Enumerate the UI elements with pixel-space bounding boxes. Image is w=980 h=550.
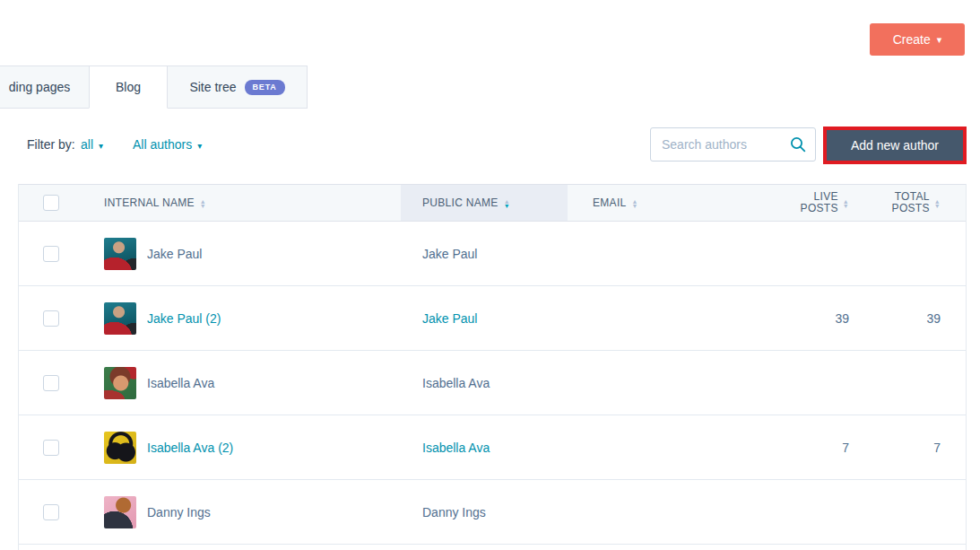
total-posts-header-label: TOTALPOSTS <box>892 191 930 214</box>
row-checkbox[interactable] <box>43 246 59 262</box>
chevron-down-icon: ▾ <box>99 139 103 151</box>
row-checkbox[interactable] <box>43 440 59 456</box>
public-name: Jake Paul <box>422 247 477 261</box>
filter-by-label: Filter by: <box>27 137 75 152</box>
column-header-live-posts[interactable]: LIVEPOSTS ▲▼ <box>736 191 853 214</box>
author-avatar <box>104 367 136 399</box>
author-avatar <box>104 496 136 528</box>
create-button[interactable]: Create ▾ <box>870 23 965 56</box>
public-name: Danny Ings <box>422 505 486 519</box>
chevron-down-icon: ▾ <box>197 139 202 151</box>
sort-icon[interactable]: ▲▼ <box>632 198 638 208</box>
internal-name-header-label: INTERNAL NAME <box>104 196 195 209</box>
filter-authors-dropdown[interactable]: All authors ▾ <box>133 137 202 152</box>
internal-name-link[interactable]: Jake Paul (2) <box>147 311 221 326</box>
column-header-total-posts[interactable]: TOTALPOSTS ▲▼ <box>853 191 967 214</box>
tab-site-tree[interactable]: Site tree BETA <box>167 65 308 109</box>
select-all-cell <box>19 195 86 211</box>
internal-name: Danny Ings <box>147 505 211 519</box>
total-posts-value: 39 <box>926 311 941 326</box>
public-name-header-label: PUBLIC NAME <box>422 196 499 209</box>
column-header-email[interactable]: EMAIL ▲▼ <box>568 196 736 209</box>
filter-toolbar: Filter by: all ▾ All authors ▾ Add new a… <box>0 127 980 164</box>
column-header-public-name[interactable]: PUBLIC NAME ▲▼ <box>401 185 568 221</box>
public-name-link[interactable]: Isabella Ava <box>422 441 490 455</box>
create-button-label: Create <box>893 32 931 47</box>
internal-name: Isabella Ava <box>147 376 214 390</box>
author-avatar <box>104 302 136 335</box>
tab-blog[interactable]: Blog <box>89 65 168 109</box>
tab-site-tree-label: Site tree <box>189 80 236 94</box>
row-checkbox[interactable] <box>43 504 59 520</box>
author-avatar <box>104 432 136 464</box>
public-name: Isabella Ava <box>422 376 490 390</box>
live-posts-value: 7 <box>842 441 849 455</box>
filter-authors-value: All authors <box>133 137 192 152</box>
table-row: Danny Ings Danny Ings <box>19 480 966 545</box>
sort-icon[interactable]: ▲▼ <box>843 198 849 208</box>
table-row: Isabella Ava Isabella Ava <box>19 351 966 415</box>
internal-name-link[interactable]: Isabella Ava (2) <box>147 441 233 455</box>
sort-icon[interactable]: ▲▼ <box>934 198 941 208</box>
public-name-link[interactable]: Jake Paul <box>422 311 477 326</box>
filter-type-dropdown[interactable]: all ▾ <box>81 137 103 152</box>
add-new-author-label: Add new author <box>851 138 939 153</box>
tab-landing-pages[interactable]: ding pages <box>0 65 90 109</box>
internal-name: Jake Paul <box>147 247 202 261</box>
add-new-author-button[interactable]: Add new author <box>823 127 967 164</box>
beta-badge: BETA <box>245 80 285 95</box>
email-header-label: EMAIL <box>593 196 627 209</box>
table-row <box>19 545 966 550</box>
total-posts-value: 7 <box>933 441 941 455</box>
chevron-down-icon: ▾ <box>937 35 942 45</box>
table-row: Isabella Ava (2) Isabella Ava 7 7 <box>19 415 966 480</box>
sort-icon-active-desc[interactable]: ▲▼ <box>504 198 510 208</box>
tab-blog-label: Blog <box>116 80 141 94</box>
table-row: Jake Paul (2) Jake Paul 39 39 <box>19 286 966 351</box>
row-checkbox[interactable] <box>43 310 59 327</box>
sort-icon[interactable]: ▲▼ <box>200 198 206 208</box>
live-posts-value: 39 <box>835 311 849 326</box>
select-all-checkbox[interactable] <box>43 195 59 211</box>
authors-table: INTERNAL NAME ▲▼ PUBLIC NAME ▲▼ EMAIL ▲▼… <box>18 184 967 550</box>
author-avatar <box>104 238 136 270</box>
live-posts-header-label: LIVEPOSTS <box>801 191 838 214</box>
filter-type-value: all <box>81 137 93 152</box>
search-icon[interactable] <box>790 136 806 153</box>
tab-bar: ding pages Blog Site tree BETA <box>0 65 980 109</box>
row-checkbox[interactable] <box>43 375 59 391</box>
column-header-internal-name[interactable]: INTERNAL NAME ▲▼ <box>86 196 401 209</box>
table-header-row: INTERNAL NAME ▲▼ PUBLIC NAME ▲▼ EMAIL ▲▼… <box>19 184 966 222</box>
search-authors-box <box>650 127 816 162</box>
table-row: Jake Paul Jake Paul <box>19 222 966 286</box>
tab-landing-pages-label: ding pages <box>9 80 71 94</box>
